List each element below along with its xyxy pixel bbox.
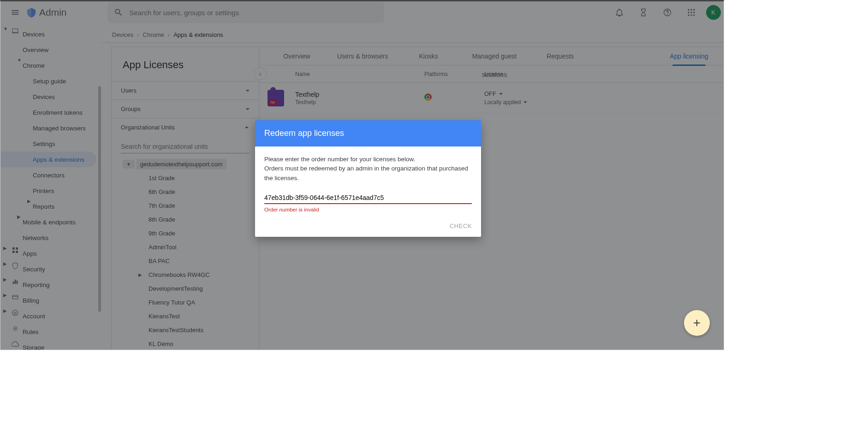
order-error-message: Order number is invalid bbox=[264, 206, 472, 214]
check-button[interactable]: CHECK bbox=[450, 223, 472, 229]
dialog-title: Redeem app licenses bbox=[255, 120, 481, 147]
order-number-input[interactable] bbox=[264, 191, 472, 204]
add-fab[interactable]: + bbox=[684, 310, 710, 336]
plus-icon: + bbox=[693, 316, 701, 330]
dialog-instruction-1: Please enter the order number for your l… bbox=[264, 155, 472, 164]
redeem-dialog: Redeem app licenses Please enter the ord… bbox=[255, 120, 481, 237]
dialog-instruction-2: Orders must be redeemed by an admin in t… bbox=[264, 164, 472, 183]
